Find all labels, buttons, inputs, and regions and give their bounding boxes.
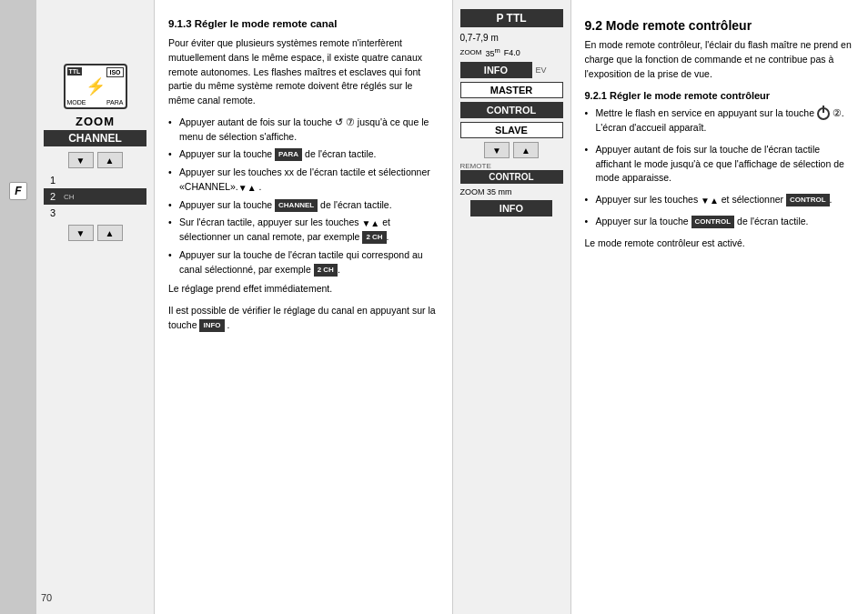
pttl-bar: P TTL <box>460 9 563 27</box>
footer-text-2: Il est possible de vérifier le réglage d… <box>168 304 439 333</box>
channel-1-number: 1 <box>44 175 62 186</box>
iso-label: ISO <box>106 67 123 77</box>
info-badge-footer: INFO <box>199 319 224 332</box>
section-title-92: 9.2 Mode remote contrôleur <box>585 18 855 33</box>
zoom-line-top: ZOOM 35m F4.0 <box>460 46 563 58</box>
channel-up-arrow[interactable]: ▲ <box>97 152 123 168</box>
middle-intro-text: Pour éviter que plusieurs systèmes remot… <box>168 36 439 108</box>
channel-badge-inline: CHANNEL <box>275 199 318 212</box>
channel-scroll-down[interactable]: ▼ <box>68 225 94 241</box>
page-layout: F TTL ISO ⚡ MODE PARA ZOOM CHANNEL ▼ ▲ <box>0 0 868 614</box>
info-bar-2: INFO <box>470 200 552 216</box>
right-bullet-1: Mettre le flash en service en appuyant s… <box>585 106 855 136</box>
mode-text: MODE <box>67 99 86 106</box>
bullet-2: Appuyer sur la touche PARA de l'écran ta… <box>168 147 439 162</box>
channel-up-down-arrows: ▼ ▲ <box>68 152 123 168</box>
channel-list: 1 2 CH 3 <box>44 172 146 221</box>
zoom-label: ZOOM <box>76 115 115 128</box>
f-label: F <box>9 182 27 200</box>
right-intro: En mode remote contrôleur, l'éclair du f… <box>585 38 855 81</box>
master-bar: MASTER <box>460 82 563 98</box>
channel-down-arrow[interactable]: ▼ <box>68 152 94 168</box>
channel-badge: CHANNEL <box>44 130 146 146</box>
right-content: 9.2 Mode remote contrôleur En mode remot… <box>571 0 869 614</box>
power-icon <box>817 107 830 120</box>
flash-symbol: ⚡ <box>86 76 106 96</box>
control-bar-top: CONTROL <box>460 102 563 118</box>
channel-2-tag: CH <box>64 193 75 201</box>
center-diagram: P TTL 0,7-7,9 m ZOOM 35m F4.0 INFO EV MA… <box>453 0 571 614</box>
right-bullet-list: Mettre le flash en service en appuyant s… <box>585 106 855 228</box>
flash-icon-box: TTL ISO ⚡ MODE PARA <box>64 64 127 109</box>
para-badge: PARA <box>275 148 302 161</box>
zoom-value-top: 35m <box>486 46 500 58</box>
slave-bar: SLAVE <box>460 122 563 138</box>
page-number: 70 <box>41 592 52 603</box>
2ch-badge-2: 2 CH <box>314 264 338 277</box>
control-bar-bottom: CONTROL <box>460 170 563 184</box>
control-badge-right-2: CONTROL <box>691 216 735 228</box>
center-up-arrow[interactable]: ▲ <box>513 142 539 158</box>
bullet-4: Appuyer sur la touche CHANNEL de l'écran… <box>168 198 439 213</box>
channel-3-row: 3 <box>44 205 146 221</box>
para-text: PARA <box>106 99 124 106</box>
middle-bullet-list: Appuyer autant de fois sur la touche ↺ ⑦… <box>168 116 439 277</box>
diagram-area: TTL ISO ⚡ MODE PARA ZOOM CHANNEL ▼ ▲ 1 2 <box>44 64 146 245</box>
middle-content: 9.1.3 Régler le mode remote canal Pour é… <box>155 0 453 614</box>
channel-scroll-arrows: ▼ ▲ <box>68 225 123 241</box>
bullet-5: Sur l'écran tactile, appuyer sur les tou… <box>168 216 439 245</box>
ttl-label: TTL <box>67 67 83 75</box>
right-bullet-4: Appuyer sur la touche CONTROL de l'écran… <box>585 215 855 229</box>
remote-label: REMOTE <box>460 162 563 170</box>
section-title-913: 9.1.3 Régler le mode remote canal <box>168 18 439 29</box>
2ch-badge-1: 2 CH <box>362 231 386 244</box>
left-panel: TTL ISO ⚡ MODE PARA ZOOM CHANNEL ▼ ▲ 1 2 <box>36 0 155 614</box>
sub-section-title-921: 9.2.1 Régler le mode remote contrôleur <box>585 90 855 101</box>
footer-text-1: Le réglage prend effet immédiatement. <box>168 282 439 297</box>
control-badge-right: CONTROL <box>786 194 830 206</box>
fstop-value: F4.0 <box>504 48 520 57</box>
zoom-line-bottom: ZOOM 35 mm <box>460 187 563 196</box>
channel-1-row: 1 <box>44 172 146 188</box>
right-bullet-2: Appuyer autant de fois sur la touche de … <box>585 143 855 186</box>
right-bullet-3: Appuyer sur les touches ▼▲ et sélectionn… <box>585 193 855 207</box>
left-sidebar: F <box>0 0 36 614</box>
channel-3-number: 3 <box>44 207 62 218</box>
bullet-1: Appuyer autant de fois sur la touche ↺ ⑦… <box>168 116 439 145</box>
center-arrow-row: ▼ ▲ <box>460 142 563 158</box>
info-bar-1: INFO <box>460 62 532 78</box>
right-footer: Le mode remote contrôleur est activé. <box>585 237 855 251</box>
arrows-icon-1: ▼▲ <box>238 182 257 192</box>
bullet-3: Appuyer sur les touches xx de l'écran ta… <box>168 166 439 195</box>
ev-tag: EV <box>536 62 563 78</box>
channel-scroll-up[interactable]: ▲ <box>97 225 123 241</box>
channel-2-number: 2 <box>44 191 62 202</box>
bullet-6: Appuyer sur la touche de l'écran tactile… <box>168 248 439 277</box>
channel-2-row[interactable]: 2 CH <box>44 188 146 205</box>
arrows-icon-right: ▼▲ <box>701 196 719 206</box>
distance-text: 0,7-7,9 m <box>460 33 563 43</box>
zoom-label-sm: ZOOM <box>460 48 482 56</box>
center-down-arrow[interactable]: ▼ <box>484 142 510 158</box>
arrows-icon-2: ▼▲ <box>361 218 379 228</box>
